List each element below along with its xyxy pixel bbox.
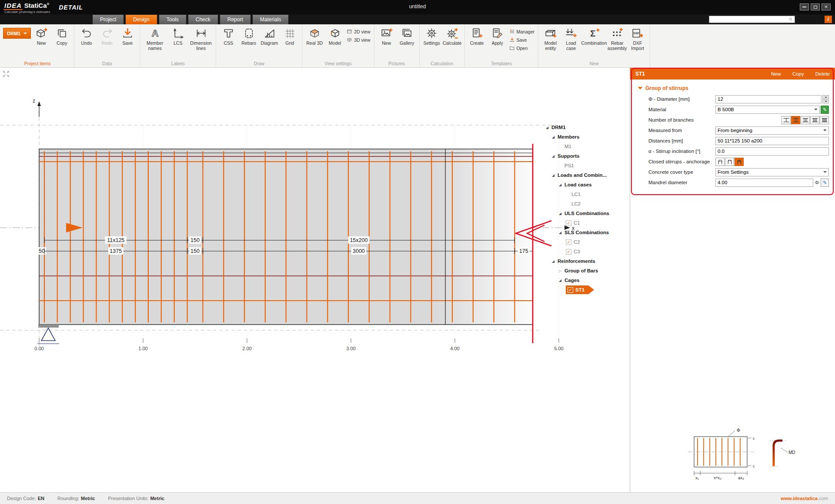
delete-stirrup-button[interactable]: Delete: [815, 71, 830, 76]
expander-icon[interactable]: ◢: [552, 259, 558, 263]
tree-item-ps1[interactable]: PS1: [545, 161, 628, 170]
inclination-input[interactable]: [715, 147, 829, 156]
tree-item-m1[interactable]: M1: [545, 142, 628, 151]
combination-button[interactable]: Combination: [581, 25, 607, 46]
tree-item-sls[interactable]: ◢SLS Combinations: [545, 228, 628, 237]
expander-icon[interactable]: ◢: [559, 183, 564, 187]
tree-item-loads[interactable]: ◢Loads and Combin...: [545, 170, 628, 180]
checkbox-checked[interactable]: [566, 239, 571, 245]
tab-design[interactable]: Design: [126, 15, 157, 24]
material-dropdown[interactable]: B 500B: [715, 106, 820, 114]
apply-template-button[interactable]: Apply: [488, 25, 508, 46]
lcs-button[interactable]: LCS: [168, 25, 188, 46]
maximize-button[interactable]: [811, 3, 820, 10]
collapse-triangle-icon[interactable]: [638, 87, 642, 90]
tree-item-cages[interactable]: ◢Cages: [545, 275, 628, 285]
new-stirrup-button[interactable]: New: [771, 71, 781, 76]
tree-item-supports[interactable]: ◢Supports: [545, 151, 628, 161]
new-picture-button[interactable]: New: [377, 25, 397, 46]
measured-from-dropdown[interactable]: From beginning: [715, 126, 829, 135]
view-2d-button[interactable]: 2D view: [345, 28, 371, 35]
dxf-import-button[interactable]: DXF Import: [628, 25, 648, 51]
anchorage-closed-button-selected[interactable]: [735, 158, 744, 166]
edit-mandrel-button[interactable]: ✎: [821, 179, 829, 187]
create-template-button[interactable]: Create: [467, 25, 487, 46]
branches-2-button-selected[interactable]: [791, 116, 800, 124]
expander-icon[interactable]: ◢: [552, 135, 558, 139]
css-button[interactable]: CSS: [218, 25, 238, 46]
grid-button[interactable]: Grid: [280, 25, 300, 46]
calculate-button[interactable]: Calculate: [442, 25, 462, 46]
rebars-button[interactable]: Rebars: [239, 25, 259, 46]
tree-item-lc1[interactable]: LC1: [545, 189, 628, 199]
expander-icon[interactable]: ◢: [559, 231, 564, 235]
minimize-button[interactable]: [800, 3, 809, 10]
branches-5-button[interactable]: [820, 116, 829, 124]
search-input[interactable]: [709, 17, 788, 22]
redo-button[interactable]: Redo: [97, 25, 117, 46]
anchorage-hook-button[interactable]: [725, 158, 734, 166]
expander-icon[interactable]: ◢: [559, 212, 564, 216]
gallery-button[interactable]: Gallery: [397, 25, 417, 46]
copy-project-item-button[interactable]: Copy: [52, 25, 72, 46]
tree-item-load-cases[interactable]: ◢Load cases: [545, 180, 628, 189]
search-box[interactable]: [709, 16, 795, 23]
checkbox-checked[interactable]: [568, 287, 573, 293]
dimension-lines-button[interactable]: Dimension lines: [188, 25, 214, 51]
tree-item-group-of-bars[interactable]: ▷Group of Bars: [545, 266, 628, 275]
template-open-button[interactable]: Open: [508, 44, 536, 52]
tree-item-c2[interactable]: C2: [545, 237, 628, 247]
tree-item-st1-selected[interactable]: ST1: [545, 285, 628, 295]
tree-item-members[interactable]: ◢Members: [545, 132, 628, 142]
expander-collapsed-icon[interactable]: ▷: [559, 269, 564, 273]
branches-4-button[interactable]: [810, 116, 819, 124]
help-button[interactable]: i: [825, 16, 832, 23]
close-button[interactable]: ✕: [822, 3, 831, 10]
cover-type-dropdown[interactable]: From Settings: [715, 168, 829, 176]
tree-item-c1[interactable]: C1: [545, 218, 628, 228]
diameter-input[interactable]: [715, 95, 822, 103]
tab-check[interactable]: Check: [188, 15, 218, 24]
expander-icon[interactable]: ◢: [552, 173, 558, 177]
branches-3-button[interactable]: [801, 116, 810, 124]
rebar-assembly-button[interactable]: Rebar assembly: [607, 25, 627, 51]
expander-icon[interactable]: ◢: [559, 279, 564, 282]
fit-view-icon[interactable]: [2, 70, 10, 78]
real-3d-button[interactable]: Real 3D: [304, 25, 324, 46]
load-case-button[interactable]: Load case: [561, 25, 581, 51]
tree-item-c3[interactable]: C3: [545, 247, 628, 256]
branches-1-button[interactable]: [782, 116, 791, 124]
save-button[interactable]: Save: [117, 25, 137, 46]
tree-item-reinforcements[interactable]: ◢Reinforcements: [545, 256, 628, 266]
website-link[interactable]: www.ideastatica.com: [781, 496, 828, 501]
tab-report[interactable]: Report: [220, 15, 250, 24]
tab-tools[interactable]: Tools: [159, 15, 186, 24]
template-manager-button[interactable]: Manager: [508, 28, 536, 35]
mandrel-input[interactable]: [715, 179, 813, 187]
member-names-button[interactable]: Member names: [142, 25, 167, 51]
diagram-button[interactable]: Diagram: [259, 25, 279, 46]
new-project-item-button[interactable]: New: [31, 25, 51, 46]
undo-button[interactable]: Undo: [77, 25, 97, 46]
model-entity-button[interactable]: Model entity: [541, 25, 561, 51]
model-view-button[interactable]: Model: [325, 25, 345, 46]
tree-item-uls[interactable]: ◢ULS Combinations: [545, 209, 628, 218]
anchorage-open-button[interactable]: [715, 158, 725, 166]
expander-icon[interactable]: ◢: [546, 126, 551, 129]
selected-item-banner[interactable]: ST1: [566, 285, 594, 294]
expander-icon[interactable]: ◢: [552, 154, 558, 158]
checkbox-checked[interactable]: [566, 220, 571, 226]
tab-project[interactable]: Project: [93, 15, 124, 24]
checkbox-checked[interactable]: [566, 249, 571, 255]
distances-input[interactable]: [715, 137, 829, 145]
template-save-button[interactable]: Save: [508, 36, 536, 43]
spinner-control[interactable]: [822, 95, 829, 103]
settings-button[interactable]: Settings: [422, 25, 442, 46]
edit-material-button[interactable]: ✎: [821, 106, 829, 114]
project-item-selector[interactable]: DRM1: [3, 28, 31, 39]
view-3d-button[interactable]: 3D view: [345, 36, 371, 43]
tab-materials[interactable]: Materials: [253, 15, 289, 24]
tree-item-lc2[interactable]: LC2: [545, 199, 628, 209]
copy-stirrup-button[interactable]: Copy: [792, 71, 804, 76]
tree-item-drm1[interactable]: ◢DRM1: [545, 123, 628, 132]
